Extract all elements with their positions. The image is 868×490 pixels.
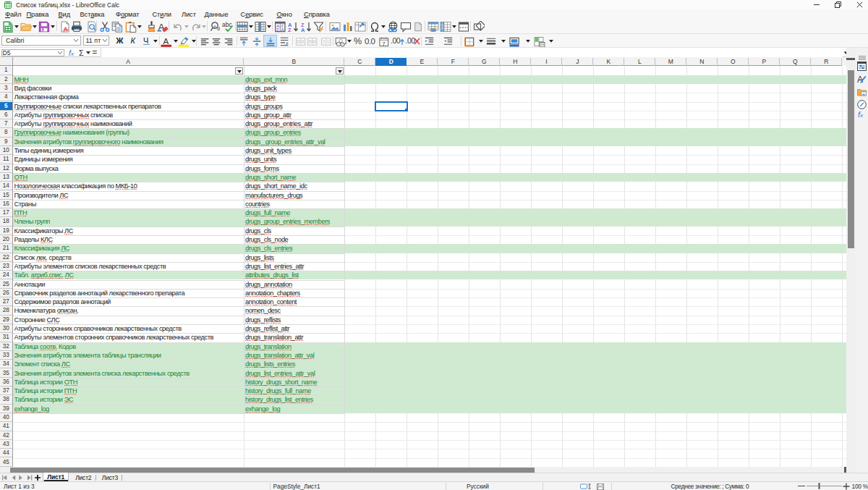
svg-text:A: A — [281, 28, 284, 32]
svg-text:d: d — [217, 26, 220, 31]
svg-text:a: a — [213, 24, 216, 28]
svg-text:A: A — [163, 36, 169, 45]
svg-text:Z: Z — [288, 27, 292, 33]
svg-text:A: A — [301, 27, 305, 33]
svg-text:7: 7 — [382, 40, 386, 46]
